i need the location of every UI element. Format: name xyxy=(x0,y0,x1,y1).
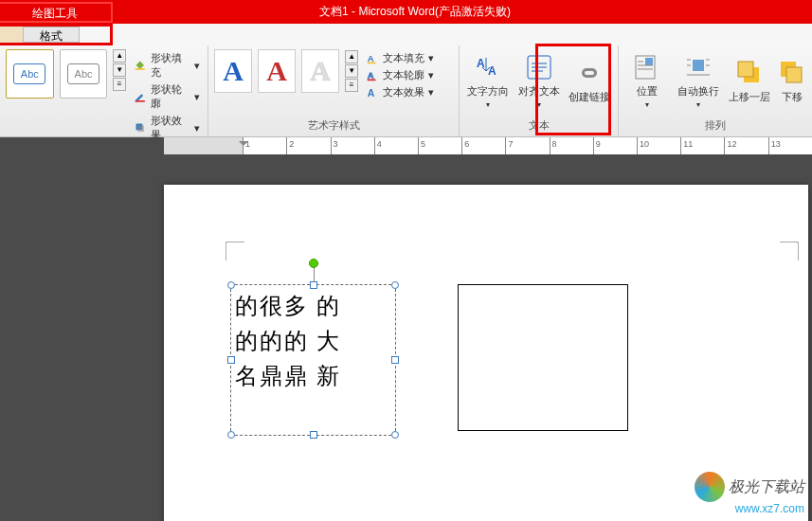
align-text-button[interactable]: 对齐文本▾ xyxy=(516,49,562,112)
text-fill-icon: A xyxy=(366,52,379,65)
svg-rect-0 xyxy=(135,68,145,70)
ribbon: Abc Abc ▲▼≡ 形状填充▾ 形状轮廓▾ 形状效果▾ A A A ▲▼≡ … xyxy=(0,45,812,137)
text-direction-icon: AA xyxy=(473,52,503,82)
resize-handle-se[interactable] xyxy=(391,431,399,439)
align-text-icon xyxy=(524,52,554,82)
document-canvas[interactable]: 的很多 的 的的的 大 名鼎鼎 新 xyxy=(0,154,812,521)
window-title: 文档1 - Microsoft Word(产品激活失败) xyxy=(113,4,812,20)
wordart-preset-3[interactable]: A xyxy=(301,49,339,93)
create-link-button[interactable]: 创建链接 xyxy=(567,49,612,112)
watermark-url: www.xz7.com xyxy=(695,502,804,515)
wordart-preset-2[interactable]: A xyxy=(258,49,296,93)
position-icon xyxy=(632,52,662,82)
drawing-tools-tab[interactable]: 绘图工具 xyxy=(0,2,113,23)
bucket-icon xyxy=(134,59,147,72)
link-icon xyxy=(574,58,604,88)
svg-rect-27 xyxy=(738,62,753,77)
pen-icon xyxy=(134,90,147,103)
bring-forward-button[interactable]: 上移一层 xyxy=(727,49,772,112)
margin-corner-tl xyxy=(226,242,244,260)
svg-text:A: A xyxy=(488,64,496,78)
watermark: 极光下载站 www.xz7.com xyxy=(695,472,804,515)
text-effects-button[interactable]: A文本效果▾ xyxy=(366,85,434,99)
margin-corner-tr xyxy=(780,242,799,260)
shape-style-preset-1[interactable]: Abc xyxy=(6,49,54,99)
tab-highlight-box: 格式 xyxy=(0,24,113,45)
svg-rect-5 xyxy=(368,62,376,63)
svg-text:A: A xyxy=(368,69,374,80)
wordart-preset-1[interactable]: A xyxy=(214,49,252,93)
ribbon-tabs: 格式 xyxy=(0,24,812,45)
text-group: AA 文字方向▾ 对齐文本▾ 创建链接 文本 xyxy=(460,45,619,136)
position-button[interactable]: 位置▾ xyxy=(624,49,670,112)
watermark-logo-icon xyxy=(695,472,725,502)
title-bar: 绘图工具 文档1 - Microsoft Word(产品激活失败) xyxy=(0,0,812,24)
horizontal-ruler[interactable]: 1 2 3 4 5 6 7 8 9 10 11 12 13 xyxy=(164,137,812,154)
tab-format[interactable]: 格式 xyxy=(23,27,80,43)
shape-outline-button[interactable]: 形状轮廓▾ xyxy=(134,82,200,111)
shape-style-preset-2[interactable]: Abc xyxy=(60,49,108,99)
svg-text:A: A xyxy=(368,52,374,63)
rotation-handle[interactable] xyxy=(309,259,318,268)
wordart-styles-group: A A A ▲▼≡ A文本填充▾ A文本轮廓▾ A文本效果▾ 艺术字样式 xyxy=(208,45,460,136)
svg-rect-1 xyxy=(135,100,145,102)
text-fill-button[interactable]: A文本填充▾ xyxy=(366,51,434,65)
text-outline-icon: A xyxy=(366,69,379,82)
svg-rect-16 xyxy=(645,58,653,65)
arrange-group-label: 排列 xyxy=(624,118,806,133)
svg-text:A: A xyxy=(368,86,375,98)
send-backward-icon xyxy=(777,58,807,88)
text-direction-button[interactable]: AA 文字方向▾ xyxy=(465,49,511,112)
svg-rect-20 xyxy=(693,60,704,71)
selected-textbox[interactable]: 的很多 的 的的的 大 名鼎鼎 新 xyxy=(230,284,396,436)
text-effects-icon: A xyxy=(366,86,379,99)
resize-handle-sw[interactable] xyxy=(227,431,235,439)
svg-text:A: A xyxy=(477,57,485,70)
svg-rect-29 xyxy=(786,67,802,82)
text-outline-button[interactable]: A文本轮廓▾ xyxy=(366,68,434,82)
text-group-label: 文本 xyxy=(465,118,612,133)
empty-textbox[interactable] xyxy=(458,284,628,431)
send-backward-button[interactable]: 下移 xyxy=(778,49,806,112)
resize-handle-s[interactable] xyxy=(310,431,317,439)
resize-handle-w[interactable] xyxy=(227,356,235,364)
svg-rect-7 xyxy=(368,79,376,81)
bring-forward-icon xyxy=(734,58,765,88)
resize-handle-nw[interactable] xyxy=(227,281,235,289)
resize-handle-e[interactable] xyxy=(391,356,399,364)
arrange-group: 位置▾ 自动换行▾ 上移一层 下移 排列 xyxy=(619,45,812,136)
shape-fill-button[interactable]: 形状填充▾ xyxy=(134,51,200,80)
shape-styles-group: Abc Abc ▲▼≡ 形状填充▾ 形状轮廓▾ 形状效果▾ xyxy=(0,45,208,136)
page[interactable]: 的很多 的 的的的 大 名鼎鼎 新 xyxy=(164,185,808,521)
svg-rect-3 xyxy=(137,125,144,132)
wordart-gallery-scroll[interactable]: ▲▼≡ xyxy=(345,50,358,92)
wrap-text-button[interactable]: 自动换行▾ xyxy=(676,49,721,112)
wrap-text-icon xyxy=(683,52,713,82)
resize-handle-n[interactable] xyxy=(310,281,317,289)
watermark-name: 极光下载站 xyxy=(729,477,804,497)
textbox-content[interactable]: 的很多 的 的的的 大 名鼎鼎 新 xyxy=(231,285,395,399)
tab-prev-fragment[interactable] xyxy=(0,27,23,43)
shape-gallery-scroll[interactable]: ▲▼≡ xyxy=(113,49,126,91)
resize-handle-ne[interactable] xyxy=(391,281,399,289)
wordart-group-label: 艺术字样式 xyxy=(214,118,453,133)
effects-icon xyxy=(134,121,147,135)
